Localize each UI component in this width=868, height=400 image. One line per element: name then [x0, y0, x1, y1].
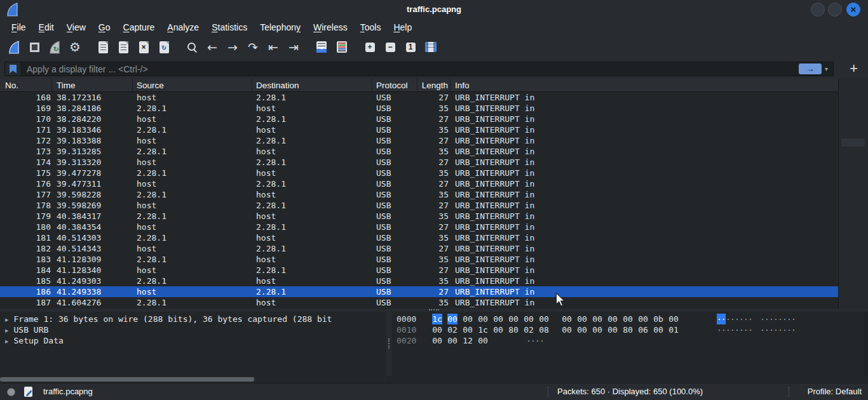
toolbar-save-file[interactable]: [114, 37, 133, 57]
hex-byte[interactable]: 01: [668, 324, 679, 335]
packet-row-177[interactable]: 17739.5982282.28.1hostUSB35URB_INTERRUPT…: [0, 189, 838, 200]
hex-byte[interactable]: 1c: [478, 324, 488, 335]
status-profile[interactable]: Profile: Default: [808, 383, 862, 400]
menu-edit[interactable]: Edit: [32, 19, 60, 36]
toolbar-find-packet[interactable]: [182, 37, 201, 57]
maximize-button[interactable]: [828, 3, 842, 17]
close-button[interactable]: ×: [846, 3, 860, 17]
toolbar-start-capture[interactable]: [4, 37, 24, 57]
packet-row-175[interactable]: 17539.4772782.28.1hostUSB35URB_INTERRUPT…: [0, 168, 838, 178]
hex-byte[interactable]: 80: [508, 324, 519, 335]
packet-row-168[interactable]: 16838.172316host2.28.1USB27URB_INTERRUPT…: [0, 92, 838, 103]
column-header-no[interactable]: No.: [0, 79, 52, 91]
expand-triangle-icon[interactable]: ▸: [5, 326, 9, 335]
menu-go[interactable]: Go: [92, 19, 117, 36]
hex-byte[interactable]: 00: [478, 314, 488, 324]
column-header-source[interactable]: Source: [133, 79, 252, 91]
hex-byte[interactable]: 00: [592, 314, 602, 324]
packet-row-182[interactable]: 18240.514343host2.28.1USB27URB_INTERRUPT…: [0, 243, 838, 254]
hex-byte[interactable]: 00: [432, 324, 442, 335]
packet-row-187[interactable]: 18741.6042762.28.1hostUSB35URB_INTERRUPT…: [0, 297, 838, 308]
toolbar-resize-columns[interactable]: [421, 37, 440, 57]
column-header-destination[interactable]: Destination: [252, 79, 372, 91]
toolbar-zoom-out[interactable]: −: [381, 37, 400, 57]
expand-triangle-icon[interactable]: ▸: [5, 316, 9, 324]
menu-file[interactable]: File: [5, 19, 32, 36]
packet-row-185[interactable]: 18541.2493032.28.1hostUSB35URB_INTERRUPT…: [0, 276, 838, 286]
toolbar-auto-scroll[interactable]: [312, 37, 331, 57]
capture-comment-icon[interactable]: [24, 387, 32, 397]
menu-tools[interactable]: Tools: [354, 19, 388, 36]
hex-row-0000[interactable]: 00001c000000000000000000000000000b00····…: [391, 314, 868, 324]
packet-row-174[interactable]: 17439.313320host2.28.1USB27URB_INTERRUPT…: [0, 157, 838, 168]
toolbar-stop-capture[interactable]: [25, 37, 44, 57]
column-header-length[interactable]: Length: [417, 79, 451, 91]
hex-byte[interactable]: 00: [493, 324, 503, 335]
vertical-splitter[interactable]: [386, 312, 391, 376]
scrollbar-thumb[interactable]: [0, 377, 254, 382]
packet-row-180[interactable]: 18040.384354host2.28.1USB27URB_INTERRUPT…: [0, 222, 838, 232]
hex-row-0020[interactable]: 002000001200····: [391, 335, 868, 346]
packet-row-178[interactable]: 17839.598269host2.28.1USB27URB_INTERRUPT…: [0, 200, 838, 211]
scrollbar-thumb[interactable]: [841, 138, 865, 147]
detail-node-1[interactable]: ▸USB URB: [0, 324, 386, 335]
hex-byte[interactable]: 80: [623, 324, 633, 335]
packet-row-176[interactable]: 17639.477311host2.28.1USB27URB_INTERRUPT…: [0, 178, 838, 189]
expert-info-icon[interactable]: [7, 388, 15, 396]
hex-byte[interactable]: 00: [508, 314, 519, 324]
toolbar-capture-options[interactable]: ⚙: [65, 37, 85, 57]
toolbar-open-file[interactable]: [93, 37, 112, 57]
menu-help[interactable]: Help: [387, 19, 418, 36]
display-filter-field[interactable]: → ▾: [4, 62, 834, 76]
hex-byte[interactable]: 00: [668, 314, 679, 324]
toolbar-go-last-packet[interactable]: ⇥: [284, 37, 303, 57]
packet-row-169[interactable]: 16938.2841862.28.1hostUSB35URB_INTERRUPT…: [0, 103, 838, 114]
hex-byte[interactable]: 00: [577, 314, 587, 324]
hex-byte[interactable]: 00: [432, 335, 442, 346]
toolbar-go-forward[interactable]: →: [223, 37, 242, 57]
hex-byte[interactable]: 00: [562, 314, 572, 324]
column-header-info[interactable]: Info: [451, 79, 838, 91]
menu-telephony[interactable]: Telephony: [254, 19, 307, 36]
hex-byte[interactable]: 00: [592, 324, 602, 335]
hex-byte[interactable]: 00: [562, 324, 572, 335]
toolbar-restart-capture[interactable]: ↻: [45, 37, 64, 57]
hex-byte[interactable]: 00: [623, 314, 633, 324]
hex-byte[interactable]: 02: [447, 324, 458, 335]
menu-analyze[interactable]: Analyze: [161, 19, 205, 36]
hex-byte[interactable]: 02: [524, 324, 534, 335]
toolbar-zoom-100[interactable]: 1: [401, 37, 420, 57]
toolbar-reload-file[interactable]: ↻: [154, 37, 173, 57]
toolbar-go-first-packet[interactable]: ⇤: [264, 37, 283, 57]
hex-byte[interactable]: 00: [524, 314, 534, 324]
add-filter-button[interactable]: +: [850, 60, 858, 77]
hex-byte[interactable]: 1c: [432, 314, 442, 324]
packet-row-171[interactable]: 17139.1833462.28.1hostUSB35URB_INTERRUPT…: [0, 124, 838, 135]
hex-byte[interactable]: 00: [539, 314, 549, 324]
packet-list-scrollbar[interactable]: [838, 79, 868, 309]
toolbar-zoom-in[interactable]: +: [360, 37, 379, 57]
hex-byte[interactable]: 00: [577, 324, 587, 335]
toolbar-go-back[interactable]: ←: [203, 37, 222, 57]
packet-row-173[interactable]: 17339.3132852.28.1hostUSB35URB_INTERRUPT…: [0, 146, 838, 157]
detail-node-0[interactable]: ▸Frame 1: 36 bytes on wire (288 bits), 3…: [0, 314, 386, 324]
menu-capture[interactable]: Capture: [117, 19, 161, 36]
hex-byte[interactable]: 00: [653, 324, 663, 335]
toolbar-close-file[interactable]: ×: [134, 37, 153, 57]
toolbar-go-to-packet[interactable]: ↷: [243, 37, 262, 57]
packet-row-183[interactable]: 18341.1283092.28.1hostUSB35URB_INTERRUPT…: [0, 254, 838, 265]
packet-row-181[interactable]: 18140.5143032.28.1hostUSB35URB_INTERRUPT…: [0, 232, 838, 243]
column-header-time[interactable]: Time: [52, 79, 133, 91]
details-horizontal-scrollbar[interactable]: [0, 376, 386, 383]
apply-filter-button[interactable]: →: [799, 63, 822, 74]
detail-node-2[interactable]: ▸Setup Data: [0, 335, 386, 346]
hex-byte[interactable]: 00: [447, 335, 458, 346]
minimize-button[interactable]: [811, 3, 825, 17]
column-header-protocol[interactable]: Protocol: [372, 79, 417, 91]
hex-byte[interactable]: 00: [493, 314, 503, 324]
hex-byte[interactable]: 0b: [653, 314, 663, 324]
packet-row-172[interactable]: 17239.183388host2.28.1USB27URB_INTERRUPT…: [0, 135, 838, 146]
hex-byte[interactable]: 08: [539, 324, 549, 335]
hex-byte[interactable]: 12: [463, 335, 473, 346]
hex-byte[interactable]: 00: [607, 324, 618, 335]
